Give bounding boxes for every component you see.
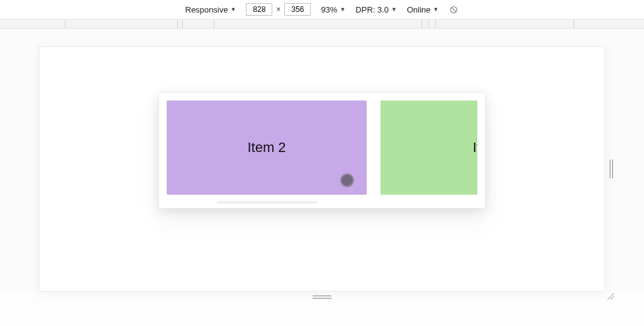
ruler-tick: [177, 19, 178, 28]
svg-line-2: [608, 293, 614, 300]
resize-handle-bottom[interactable]: [313, 295, 331, 300]
chevron-down-icon: ▼: [433, 6, 439, 13]
resize-handle-right[interactable]: [609, 160, 614, 178]
dimension-x-label: ×: [276, 5, 280, 14]
ruler-tick: [421, 19, 422, 28]
zoom-label: 93%: [321, 5, 337, 14]
ruler-tick: [574, 19, 574, 28]
dpr-label: DPR: 3.0: [355, 5, 389, 14]
emulated-viewport[interactable]: Item 2 Ite: [39, 46, 605, 291]
chevron-down-icon: ▼: [340, 6, 345, 13]
svg-line-1: [452, 7, 457, 12]
device-toolbar: Responsive ▼ × 93% ▼ DPR: 3.0 ▼ Online ▼: [0, 0, 644, 19]
chevron-down-icon: ▼: [230, 6, 236, 13]
ruler-tick: [182, 19, 183, 28]
touch-indicator-icon: [340, 173, 354, 187]
carousel-item-label: Item 2: [247, 139, 286, 156]
device-stage: Item 2 Ite: [0, 29, 644, 291]
carousel-card: Item 2 Ite: [158, 92, 486, 209]
carousel-item-label: Ite: [473, 139, 477, 156]
zoom-dropdown[interactable]: 93% ▼: [321, 5, 345, 14]
device-preset-dropdown[interactable]: Responsive ▼: [186, 5, 236, 14]
svg-line-3: [611, 296, 614, 300]
dpr-dropdown[interactable]: DPR: 3.0 ▼: [355, 5, 397, 14]
horizontal-scrollbar[interactable]: [217, 201, 318, 204]
ruler-tick: [214, 19, 214, 28]
carousel-item-3[interactable]: Ite: [380, 101, 477, 195]
chevron-down-icon: ▼: [391, 6, 397, 13]
device-preset-label: Responsive: [186, 5, 228, 14]
carousel-track[interactable]: Item 2 Ite: [167, 101, 477, 195]
viewport-width-input[interactable]: [246, 3, 272, 16]
responsive-ruler[interactable]: [0, 19, 644, 29]
viewport-height-input[interactable]: [284, 3, 311, 16]
resize-handle-corner[interactable]: [606, 291, 614, 300]
ruler-tick: [65, 19, 65, 28]
throttle-label: Online: [407, 5, 431, 14]
ruler-tick: [428, 19, 429, 28]
carousel-item-2[interactable]: Item 2: [167, 101, 367, 195]
ruler-tick: [435, 19, 436, 28]
throttle-dropdown[interactable]: Online ▼: [407, 5, 439, 14]
rotate-icon[interactable]: [449, 4, 459, 14]
dimension-inputs: ×: [246, 3, 311, 16]
